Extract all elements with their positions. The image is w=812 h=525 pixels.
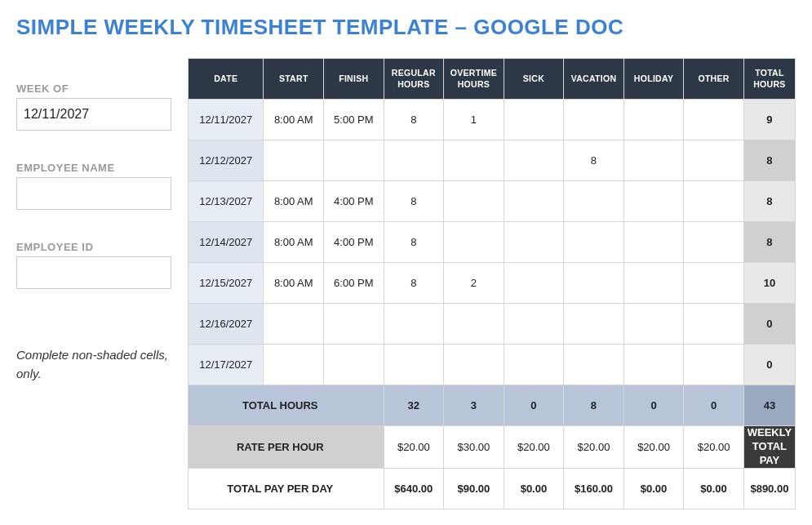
cell-sick[interactable] xyxy=(504,140,564,181)
rate-other[interactable]: $20.00 xyxy=(684,426,744,469)
rate-overtime[interactable]: $30.00 xyxy=(444,426,504,469)
cell-regular[interactable] xyxy=(384,140,444,181)
table-row: 12/13/20278:00 AM4:00 PM88 xyxy=(189,181,796,222)
cell-total: 8 xyxy=(743,181,795,222)
cell-regular[interactable]: 8 xyxy=(384,100,444,140)
cell-vacation[interactable] xyxy=(564,181,624,222)
cell-finish[interactable] xyxy=(324,140,384,181)
totals-sick: 0 xyxy=(504,385,564,426)
cell-finish[interactable]: 5:00 PM xyxy=(324,100,384,140)
rate-vacation[interactable]: $20.00 xyxy=(564,426,624,469)
header-vacation: VACATION xyxy=(564,59,624,100)
cell-vacation[interactable] xyxy=(564,304,624,345)
pay-vacation: $160.00 xyxy=(564,468,624,509)
cell-holiday[interactable] xyxy=(623,345,684,385)
cell-sick[interactable] xyxy=(504,100,564,140)
note-text: Complete non-shaded cells, only. xyxy=(16,346,171,383)
cell-regular[interactable] xyxy=(384,304,444,345)
cell-vacation[interactable] xyxy=(564,100,624,140)
cell-sick[interactable] xyxy=(504,345,564,385)
totals-regular: 32 xyxy=(384,385,444,426)
sidebar: WEEK OF EMPLOYEE NAME EMPLOYEE ID Comple… xyxy=(16,58,171,509)
cell-other[interactable] xyxy=(684,304,744,345)
cell-start[interactable]: 8:00 AM xyxy=(264,100,324,140)
cell-date: 12/12/2027 xyxy=(189,140,264,181)
rate-regular[interactable]: $20.00 xyxy=(384,426,444,469)
cell-finish[interactable]: 4:00 PM xyxy=(324,222,384,263)
cell-overtime[interactable] xyxy=(444,304,504,345)
cell-overtime[interactable] xyxy=(444,181,504,222)
cell-regular[interactable]: 8 xyxy=(384,222,444,263)
cell-other[interactable] xyxy=(684,345,744,385)
pay-sick: $0.00 xyxy=(504,468,564,509)
employee-id-input[interactable] xyxy=(16,256,171,289)
pay-overtime: $90.00 xyxy=(444,468,504,509)
cell-date: 12/14/2027 xyxy=(189,222,264,263)
cell-other[interactable] xyxy=(684,263,744,304)
cell-start[interactable]: 8:00 AM xyxy=(264,263,324,304)
totals-overtime: 3 xyxy=(444,385,504,426)
totals-row: TOTAL HOURS 32 3 0 8 0 0 43 xyxy=(189,385,796,426)
cell-start[interactable] xyxy=(264,304,324,345)
rate-holiday[interactable]: $20.00 xyxy=(623,426,684,469)
cell-vacation[interactable] xyxy=(564,263,624,304)
cell-overtime[interactable] xyxy=(444,222,504,263)
header-overtime: OVERTIME HOURS xyxy=(444,59,504,100)
header-other: OTHER xyxy=(684,59,744,100)
cell-date: 12/11/2027 xyxy=(189,100,264,140)
page-title: SIMPLE WEEKLY TIMESHEET TEMPLATE – GOOGL… xyxy=(16,15,796,40)
cell-other[interactable] xyxy=(684,181,744,222)
cell-total: 0 xyxy=(743,304,795,345)
cell-overtime[interactable]: 2 xyxy=(444,263,504,304)
cell-start[interactable] xyxy=(264,345,324,385)
cell-finish[interactable] xyxy=(324,345,384,385)
header-date: DATE xyxy=(189,59,264,100)
cell-other[interactable] xyxy=(684,140,744,181)
cell-overtime[interactable] xyxy=(444,345,504,385)
cell-start[interactable] xyxy=(264,140,324,181)
pay-regular: $640.00 xyxy=(384,468,444,509)
cell-sick[interactable] xyxy=(504,304,564,345)
cell-holiday[interactable] xyxy=(623,222,684,263)
rate-row: RATE PER HOUR $20.00 $30.00 $20.00 $20.0… xyxy=(189,426,796,469)
cell-other[interactable] xyxy=(684,100,744,140)
table-row: 12/16/20270 xyxy=(189,304,796,345)
header-total: TOTAL HOURS xyxy=(743,59,795,100)
cell-holiday[interactable] xyxy=(623,263,684,304)
cell-holiday[interactable] xyxy=(623,181,684,222)
table-row: 12/12/202788 xyxy=(189,140,796,181)
cell-overtime[interactable] xyxy=(444,140,504,181)
weekly-total-pay-label: WEEKLY TOTAL PAY xyxy=(743,426,795,469)
cell-finish[interactable]: 6:00 PM xyxy=(324,263,384,304)
cell-start[interactable]: 8:00 AM xyxy=(264,181,324,222)
cell-other[interactable] xyxy=(684,222,744,263)
employee-name-input[interactable] xyxy=(16,177,171,210)
cell-sick[interactable] xyxy=(504,263,564,304)
table-row: 12/15/20278:00 AM6:00 PM8210 xyxy=(189,263,796,304)
cell-regular[interactable]: 8 xyxy=(384,263,444,304)
cell-finish[interactable]: 4:00 PM xyxy=(324,181,384,222)
cell-overtime[interactable]: 1 xyxy=(444,100,504,140)
cell-holiday[interactable] xyxy=(623,304,684,345)
cell-holiday[interactable] xyxy=(623,140,684,181)
cell-finish[interactable] xyxy=(324,304,384,345)
header-sick: SICK xyxy=(504,59,564,100)
cell-regular[interactable]: 8 xyxy=(384,181,444,222)
cell-holiday[interactable] xyxy=(623,100,684,140)
rate-sick[interactable]: $20.00 xyxy=(504,426,564,469)
cell-sick[interactable] xyxy=(504,181,564,222)
cell-vacation[interactable] xyxy=(564,222,624,263)
cell-sick[interactable] xyxy=(504,222,564,263)
cell-date: 12/16/2027 xyxy=(189,304,264,345)
header-row: DATE START FINISH REGULAR HOURS OVERTIME… xyxy=(189,59,796,100)
pay-other: $0.00 xyxy=(684,468,744,509)
cell-start[interactable]: 8:00 AM xyxy=(264,222,324,263)
cell-regular[interactable] xyxy=(384,345,444,385)
rate-label: RATE PER HOUR xyxy=(189,426,384,469)
cell-vacation[interactable] xyxy=(564,345,624,385)
timesheet-table: DATE START FINISH REGULAR HOURS OVERTIME… xyxy=(188,58,796,509)
week-of-input[interactable] xyxy=(16,98,171,131)
table-row: 12/17/20270 xyxy=(189,345,796,385)
table-row: 12/11/20278:00 AM5:00 PM819 xyxy=(189,100,796,140)
cell-vacation[interactable]: 8 xyxy=(564,140,624,181)
